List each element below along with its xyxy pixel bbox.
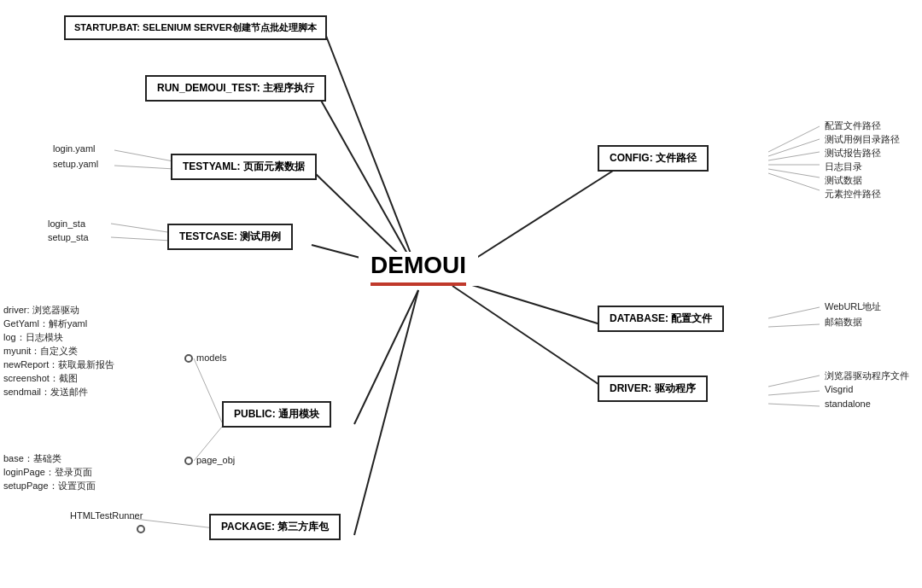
database-item-1: WebURL地址 (825, 300, 881, 313)
node-driver: DRIVER: 驱动程序 (598, 376, 708, 402)
public-circle-label-models: models (196, 352, 226, 363)
svg-line-10 (768, 139, 820, 156)
node-testcase: TESTCASE: 测试用例 (167, 224, 293, 250)
svg-line-15 (768, 307, 820, 318)
database-item-2: 邮箱数据 (825, 316, 862, 329)
public-circle-label-page-obj: page_obj (196, 455, 235, 465)
public-label-6: screenshot：截图 (3, 372, 78, 385)
svg-line-18 (768, 391, 820, 395)
svg-line-0 (324, 32, 418, 273)
svg-line-16 (768, 324, 820, 327)
testyaml-label-2: setup.yaml (53, 159, 98, 169)
node-run-demoui: RUN_DEMOUI_TEST: 主程序执行 (145, 75, 326, 102)
public-label-9: loginPage：登录页面 (3, 466, 92, 479)
config-item-5: 测试数据 (825, 174, 862, 187)
svg-line-13 (768, 169, 820, 178)
config-item-2: 测试用例目录路径 (825, 133, 900, 146)
testcase-label-2: setup_sta (48, 232, 89, 242)
public-label-7: sendmail：发送邮件 (3, 386, 88, 399)
public-label-2: GetYaml：解析yaml (3, 317, 87, 330)
node-database: DATABASE: 配置文件 (598, 306, 724, 332)
testcase-label-1: login_sta (48, 218, 85, 229)
public-label-1: driver: 浏览器驱动 (3, 304, 79, 317)
svg-line-1 (316, 91, 418, 273)
svg-line-5 (461, 282, 620, 330)
public-label-4: myunit：自定义类 (3, 345, 78, 358)
config-item-4: 日志目录 (825, 160, 862, 173)
config-item-3: 测试报告路径 (825, 147, 881, 160)
svg-line-24 (194, 358, 222, 422)
public-label-10: setupPage：设置页面 (3, 480, 96, 492)
public-label-3: log：日志模块 (3, 331, 63, 344)
center-node: DEMOUI (359, 252, 478, 286)
node-startup: STARTUP.BAT: SELENIUM SERVER创建节点批处理脚本 (64, 15, 327, 40)
node-testyaml: TESTYAML: 页面元素数据 (171, 154, 317, 180)
svg-line-7 (354, 290, 418, 424)
svg-line-8 (354, 290, 418, 535)
driver-item-3: standalone (825, 399, 871, 409)
svg-line-11 (768, 152, 820, 160)
public-circle-page-obj (184, 457, 193, 465)
testyaml-label-1: login.yaml (53, 143, 96, 154)
svg-line-9 (768, 126, 820, 152)
public-label-5: newReport：获取最新报告 (3, 358, 114, 371)
package-label-1: HTMLTestRunner (70, 510, 143, 521)
center-underline (371, 282, 466, 286)
node-package: PACKAGE: 第三方库包 (209, 514, 341, 540)
connections-svg (0, 0, 922, 588)
center-label: DEMOUI (371, 252, 466, 278)
svg-line-6 (452, 286, 620, 399)
public-label-8: base：基础类 (3, 452, 61, 465)
svg-line-19 (768, 404, 820, 406)
driver-item-2: Visgrid (825, 384, 853, 394)
svg-line-14 (768, 173, 820, 190)
package-circle (137, 525, 145, 533)
mindmap-container: DEMOUI STARTUP.BAT: SELENIUM SERVER创建节点批… (0, 0, 922, 588)
node-config: CONFIG: 文件路径 (598, 145, 709, 172)
driver-item-1: 浏览器驱动程序文件 (825, 370, 909, 382)
config-item-1: 配置文件路径 (825, 119, 881, 132)
node-public: PUBLIC: 通用模块 (222, 401, 331, 428)
svg-line-17 (768, 376, 820, 387)
public-circle-models (184, 354, 193, 363)
config-item-6: 元素控件路径 (825, 188, 881, 201)
